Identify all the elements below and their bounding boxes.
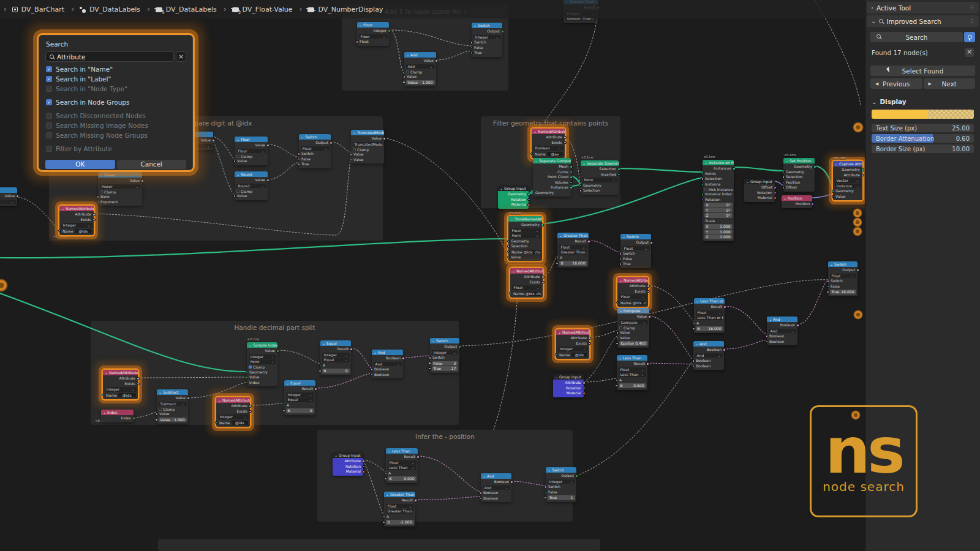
node-switch[interactable]: ⌄ SwitchOutputInteger⌄SwitchFalseTrue: [472, 23, 502, 57]
node-less-than[interactable]: ⌄ Less ThanResultFloat⌄Less Than⌄AB0.500: [617, 355, 647, 390]
dropdown[interactable]: Point⌄: [582, 178, 617, 182]
socket[interactable]: [16, 195, 19, 198]
socket[interactable]: [132, 417, 135, 420]
dropdown[interactable]: Integer⌄: [473, 35, 501, 40]
socket[interactable]: [701, 183, 704, 186]
socket[interactable]: [215, 421, 218, 424]
socket[interactable]: [861, 168, 864, 171]
node-header[interactable]: ⌄ Separate Components: [533, 158, 571, 163]
socket[interactable]: [282, 410, 285, 413]
socket[interactable]: [556, 262, 559, 265]
socket[interactable]: [544, 497, 547, 500]
node-header[interactable]: ⌄ Instance on Points: [703, 160, 734, 165]
dropdown[interactable]: ⌄: [0, 200, 16, 204]
dropdown[interactable]: Greater Than⌄: [559, 250, 587, 255]
name-field[interactable]: @av: [547, 152, 563, 156]
socket[interactable]: [588, 337, 591, 340]
search-option[interactable]: ✓Search in "Name": [46, 66, 186, 73]
socket[interactable]: [570, 171, 573, 174]
node-header[interactable]: ⌄ NamedAttribute: [617, 277, 648, 283]
socket[interactable]: [403, 75, 406, 78]
socket[interactable]: [383, 515, 386, 519]
socket[interactable]: [501, 30, 504, 33]
checkbox[interactable]: ✓: [46, 99, 52, 105]
node-header[interactable]: [195, 132, 213, 137]
value-slider[interactable]: True1: [548, 495, 575, 500]
checkbox[interactable]: ✓: [46, 76, 52, 82]
node-header[interactable]: ⌄ Switch: [828, 261, 858, 267]
dropdown[interactable]: Integer⌄: [218, 414, 249, 419]
dropdown[interactable]: Integer⌄: [286, 392, 314, 397]
clear-results-button[interactable]: ×: [965, 48, 974, 57]
node-group-input[interactable]: ⌄ Group InputAttributeRotationMaterial: [333, 452, 363, 476]
node-header[interactable]: ⌄ NamedAttribute: [103, 370, 138, 375]
node-switch[interactable]: ⌄ SwitchOutputFloat⌄SwitchFalseTrue: [620, 234, 651, 268]
value-slider[interactable]: B0: [322, 369, 350, 373]
socket[interactable]: [648, 315, 651, 318]
socket[interactable]: [102, 394, 105, 397]
node-namedattribute[interactable]: ⌄ NamedAttributeAttributeExistsInteger⌄N…: [556, 329, 589, 359]
node-greater-than[interactable]: ⌄ Greater ThanResultFloat⌄Greater Than⌄A…: [384, 492, 415, 527]
dropdown[interactable]: Subtract⌄: [159, 402, 187, 407]
socket[interactable]: [541, 223, 544, 227]
socket[interactable]: [417, 455, 420, 459]
node-and[interactable]: ⌄ AndBooleanAnd⌄BooleanBoolean: [372, 350, 403, 378]
socket[interactable]: [615, 384, 618, 388]
socket[interactable]: [701, 220, 704, 223]
value-slider[interactable]: B16.000: [559, 261, 587, 266]
socket[interactable]: [298, 163, 301, 166]
search-option[interactable]: Search Disconnected Nodes: [46, 112, 186, 119]
dropdown[interactable]: Floor⌄: [359, 34, 388, 39]
socket[interactable]: [371, 373, 374, 377]
socket[interactable]: [97, 195, 100, 198]
dropdown[interactable]: Integer⌄: [61, 223, 92, 228]
node-separate-components[interactable]: ⌄ Separate ComponentsMeshCurvePoint Clou…: [533, 158, 571, 197]
checkbox[interactable]: Clamp: [98, 189, 142, 194]
dropdown[interactable]: Float⌄: [512, 285, 541, 290]
socket[interactable]: [527, 198, 530, 201]
node-greater-than[interactable]: ⌄ Greater ThanResultFloat⌄Greater Than⌄A…: [557, 233, 589, 268]
socket[interactable]: [564, 136, 567, 139]
socket[interactable]: [617, 168, 620, 171]
socket[interactable]: [350, 153, 353, 156]
node-floor[interactable]: ⌄ FloorValueFloor⌄ClampValue: [235, 137, 268, 165]
socket[interactable]: [137, 377, 140, 380]
socket[interactable]: [458, 345, 461, 348]
node-header[interactable]: ⌄ Switch: [620, 234, 651, 239]
search-option[interactable]: Search in "Node Type": [46, 85, 186, 92]
checkbox[interactable]: Clamp: [157, 407, 188, 411]
socket[interactable]: [582, 387, 586, 390]
node-header[interactable]: ⌄ Subtract: [157, 389, 188, 395]
checkbox[interactable]: Clamp: [247, 365, 277, 370]
search-button[interactable]: Search: [870, 32, 963, 42]
dropdown[interactable]: Equal⌄: [286, 397, 314, 402]
socket[interactable]: [233, 160, 236, 163]
node-header[interactable]: ⌄ NamedAttribute: [59, 206, 94, 211]
socket[interactable]: [249, 405, 252, 408]
socket[interactable]: [362, 470, 365, 473]
node-namedattribute[interactable]: ⌄ NamedAttributeAttributeExistsFloat⌄Nam…: [617, 277, 648, 307]
node-equal[interactable]: ⌄ EqualResultInteger⌄Equal⌄AB0: [284, 380, 315, 415]
dropdown[interactable]: And⌄: [483, 485, 510, 490]
node-header[interactable]: ⌄ Group Input: [333, 452, 363, 458]
checkbox[interactable]: Pick Instance: [703, 187, 734, 192]
node-header[interactable]: ⌄ NamedAttribute: [510, 268, 543, 274]
checkbox[interactable]: [46, 122, 52, 129]
socket[interactable]: [298, 158, 301, 161]
dropdown[interactable]: And⌄: [695, 353, 723, 358]
node-editor-canvas[interactable]: ›DV_BarChart›DV_DataLabels›5DV_DataLabel…: [0, 0, 865, 551]
dropdown[interactable]: Less Than⌄: [388, 465, 417, 470]
dropdown[interactable]: Float⌄: [559, 245, 587, 250]
breadcrumb-item[interactable]: 5DV_DataLabels: [152, 6, 217, 13]
name-field[interactable]: @idx: [118, 393, 136, 397]
dropdown[interactable]: Float⌄: [386, 504, 414, 509]
value-slider[interactable]: B16.000: [696, 326, 723, 331]
socket[interactable]: [156, 413, 159, 416]
dropdown[interactable]: Float⌄: [622, 246, 650, 251]
dropdown[interactable]: Float⌄: [696, 310, 723, 315]
node-switch[interactable]: ⌄ SwitchOutputInteger⌄SwitchFalseTrue1: [546, 467, 576, 502]
socket[interactable]: [692, 328, 695, 331]
socket[interactable]: [733, 167, 736, 170]
node-header[interactable]: ⌄ And: [767, 317, 797, 322]
socket[interactable]: [383, 137, 386, 140]
